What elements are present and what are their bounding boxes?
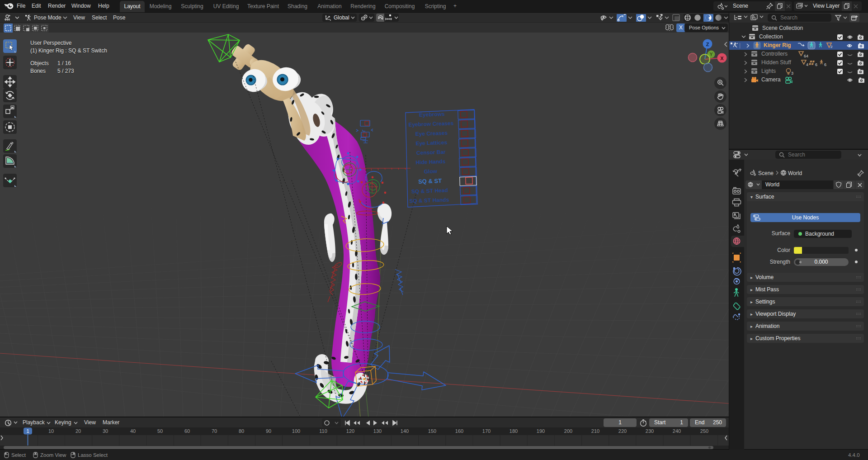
svg-text:6: 6 <box>815 62 817 66</box>
svg-text:3: 3 <box>791 71 793 75</box>
svg-text:World: World <box>788 170 802 176</box>
svg-text:6: 6 <box>824 62 826 66</box>
svg-text:SQ & ST Head: SQ & ST Head <box>411 187 448 195</box>
svg-text:Eye Creases: Eye Creases <box>415 130 448 137</box>
svg-text:Y: Y <box>710 52 713 57</box>
svg-text:1: 1 <box>26 428 29 434</box>
svg-text:Censor Bar: Censor Bar <box>416 149 445 156</box>
svg-text:64: 64 <box>804 54 808 58</box>
svg-text:Z: Z <box>706 42 709 47</box>
svg-text:Scene: Scene <box>758 170 774 176</box>
svg-text:4: 4 <box>806 62 808 66</box>
svg-text:SQ & ST: SQ & ST <box>418 177 442 185</box>
svg-text:Eyebrows: Eyebrows <box>419 111 444 118</box>
svg-text:X: X <box>720 56 724 61</box>
svg-text:Hide Hands: Hide Hands <box>415 158 446 166</box>
svg-text:Glow: Glow <box>424 168 437 175</box>
svg-text:Eye Lattices: Eye Lattices <box>415 139 448 147</box>
svg-text:2: 2 <box>830 45 833 49</box>
